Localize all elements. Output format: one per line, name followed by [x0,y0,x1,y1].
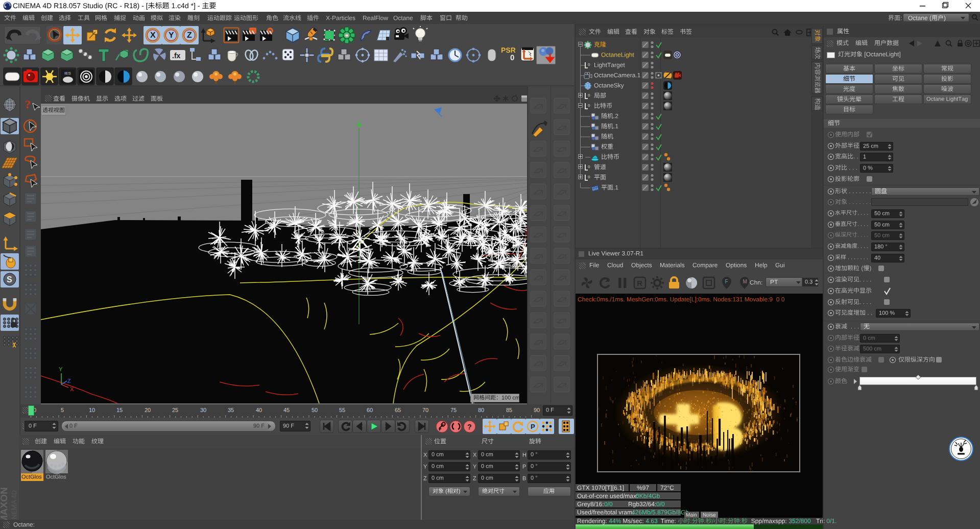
svg-text:25: 25 [172,407,178,413]
svg-text:30: 30 [200,407,206,413]
svg-text:P: P [531,423,535,430]
svg-text:50: 50 [312,407,318,413]
svg-text:0: 0 [588,103,590,108]
svg-text:0: 0 [588,93,590,98]
svg-text:40: 40 [256,407,262,413]
svg-text:60: 60 [367,407,373,413]
svg-text:F: F [725,279,728,284]
svg-text:Z: Z [67,378,71,384]
svg-text:15: 15 [116,407,123,413]
svg-text:90: 90 [534,407,540,413]
svg-text:X: X [70,386,74,392]
svg-text:10: 10 [89,407,95,413]
svg-text:0: 0 [588,175,590,179]
svg-text:80: 80 [478,407,484,413]
svg-text:65: 65 [395,407,401,413]
svg-text:35: 35 [228,407,234,413]
svg-text:45: 45 [283,407,290,413]
svg-text:0: 0 [588,164,590,169]
svg-text:70: 70 [422,407,428,413]
svg-text:5: 5 [61,407,64,413]
svg-text:?: ? [467,423,472,431]
svg-text:.fx: .fx [172,52,181,60]
svg-text:85: 85 [506,407,512,413]
svg-text:S: S [7,275,12,284]
svg-text:55: 55 [339,407,345,413]
svg-text:?: ? [25,98,31,111]
svg-text:R: R [637,279,642,287]
svg-text:75: 75 [450,407,457,413]
svg-text:0: 0 [588,62,590,67]
svg-text:IES: IES [64,71,71,76]
svg-text:Y: Y [59,366,63,372]
svg-text:20: 20 [145,407,151,413]
svg-text:M: M [743,279,747,284]
